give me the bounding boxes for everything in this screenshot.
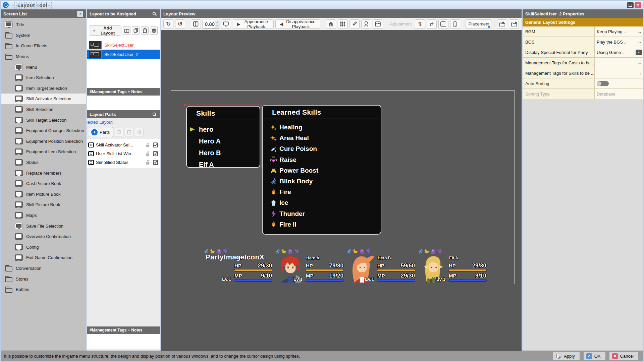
- new-folder-button[interactable]: [123, 26, 130, 35]
- screen-item-save-file-selection[interactable]: Save File Selection: [1, 221, 86, 231]
- nav-arrow-icon[interactable]: →: [637, 70, 642, 76]
- checkbox-checked-icon[interactable]: [153, 151, 158, 157]
- cancel-button[interactable]: ✕Cancel: [609, 352, 639, 361]
- skill-row[interactable]: Power Boost: [270, 165, 381, 176]
- badge-tool-button[interactable]: [361, 19, 371, 29]
- lock-open-icon[interactable]: [145, 142, 151, 148]
- frame-tool-button[interactable]: [373, 19, 383, 29]
- skill-row[interactable]: Area Heal: [270, 133, 381, 143]
- screen-item-equipment-item-selection[interactable]: Equipment Item Selection: [1, 146, 86, 157]
- bgm-value[interactable]: Keep Playing ..→: [594, 26, 643, 37]
- skill-row[interactable]: Raise: [270, 155, 381, 165]
- display-format-dropdown[interactable]: Using Game ..▼: [594, 47, 643, 57]
- skill-row[interactable]: Fire II: [270, 219, 381, 230]
- zoom-input[interactable]: 0.80 ▲▼: [203, 20, 219, 28]
- stepper-up-icon[interactable]: ▲: [215, 20, 219, 24]
- screen-item-item-picture-book[interactable]: Item Picture Book: [1, 189, 86, 200]
- skill-row[interactable]: Ice: [270, 197, 381, 208]
- export-layout-button[interactable]: [509, 19, 519, 29]
- screen-item-stores[interactable]: Stores: [1, 274, 86, 284]
- stepper-down-icon[interactable]: ▼: [215, 24, 219, 28]
- member-row-hero[interactable]: hero: [199, 124, 260, 135]
- screen-item-skill-target-selection[interactable]: Skill Target Selection: [1, 115, 86, 125]
- screen-item-item-target-selection[interactable]: Item Target Selection: [1, 83, 86, 94]
- nav-arrow-icon[interactable]: →: [637, 29, 642, 34]
- skill-row[interactable]: Blink Body: [270, 176, 381, 187]
- add-parts-button[interactable]: +Parts: [89, 127, 113, 137]
- zoom-stepper[interactable]: ▲▼: [215, 20, 219, 28]
- screen-item-replace-members[interactable]: Replace Members: [1, 168, 86, 178]
- screen-item-config[interactable]: Config: [1, 242, 86, 252]
- screen-item-exit-game-confirmation[interactable]: Exit Game Confirmation: [1, 252, 86, 263]
- skill-row[interactable]: Cure Poison: [270, 143, 381, 154]
- lock-open-icon[interactable]: [145, 160, 151, 165]
- learned-skills-window[interactable]: Learned Skills Healing Area Heal Cure Po…: [262, 105, 381, 235]
- close-window-button[interactable]: x: [635, 2, 641, 8]
- selected-layout-link[interactable]: lected Layout: [85, 118, 160, 126]
- screen-item-cast-picture-book[interactable]: Cast Picture Book: [1, 178, 86, 189]
- screen-item-item-selection[interactable]: Item Selection: [1, 72, 86, 83]
- party-image-part-label[interactable]: PartyImageIconX: [206, 253, 264, 261]
- fit-view-button[interactable]: [191, 19, 201, 29]
- tags-skills-value[interactable]: →: [594, 68, 643, 78]
- member-row-hero-b[interactable]: Hero B: [199, 147, 260, 159]
- skill-row[interactable]: Thunder: [270, 208, 381, 219]
- screen-item-skill-activator-selection[interactable]: Skill Activator Selection: [1, 94, 86, 104]
- skill-row[interactable]: Healing: [270, 122, 381, 133]
- disappearance-playback-button[interactable]: ◀Disappearance Playback: [275, 19, 320, 29]
- checkbox-checked-icon[interactable]: [153, 160, 158, 165]
- delete-layout-button[interactable]: [150, 26, 158, 35]
- screen-item-status[interactable]: Status: [1, 157, 86, 168]
- layout-row-skillselectuser-2[interactable]: SkillSelectUser_2: [87, 50, 160, 59]
- collapse-icon[interactable]: ‹: [77, 11, 83, 17]
- skill-row[interactable]: Fire: [270, 187, 381, 197]
- screen-item-skill-picture-book[interactable]: Skill Picture Book: [1, 199, 86, 210]
- restore-window-button[interactable]: [627, 2, 634, 8]
- nav-arrow-icon[interactable]: →: [637, 60, 642, 65]
- management-tags-notes-area[interactable]: [87, 334, 160, 349]
- screen-item-battles[interactable]: Battles: [1, 284, 86, 295]
- undo-button[interactable]: ↺: [175, 19, 185, 29]
- lock-open-icon[interactable]: [145, 151, 151, 157]
- part-row-simplified-status[interactable]: Simplified Status: [88, 158, 158, 167]
- screen-item-overwrite-confirmation[interactable]: Overwrite Confirmation: [1, 231, 86, 242]
- import-layout-button[interactable]: [497, 19, 507, 29]
- screen-item-conversation[interactable]: Conversation: [1, 263, 86, 274]
- search-icon[interactable]: [152, 112, 157, 117]
- preview-canvas[interactable]: Skills hero Hero A Hero B Elf A Learned …: [161, 30, 522, 351]
- screen-item-skill-selection[interactable]: Skill Selection: [1, 104, 86, 115]
- copy-part-button[interactable]: [115, 128, 123, 136]
- nav-arrow-icon[interactable]: →: [637, 39, 642, 45]
- copy-layout-button[interactable]: [132, 26, 140, 35]
- apply-button[interactable]: Apply: [553, 352, 580, 361]
- grid-button[interactable]: [338, 19, 348, 29]
- skills-window[interactable]: Skills hero Hero A Hero B Elf A: [186, 106, 260, 168]
- delete-part-button[interactable]: [135, 128, 144, 136]
- screen-item-in-game-effects[interactable]: In-Game Effects: [1, 41, 86, 51]
- search-icon[interactable]: [152, 11, 157, 16]
- checkbox-checked-icon[interactable]: [153, 142, 158, 148]
- chevron-down-icon[interactable]: ▼: [636, 50, 642, 55]
- placement-button[interactable]: Placement: [466, 19, 491, 29]
- add-layout-button[interactable]: +Add Layout: [89, 25, 121, 36]
- management-tags-notes-area[interactable]: [87, 96, 160, 110]
- draw-tool-button[interactable]: [350, 19, 360, 29]
- auto-sorting-toggle[interactable]: [597, 81, 609, 86]
- party-member-hero-b[interactable]: Hero B Lv.1 HP59/60 MP29/30: [345, 248, 415, 285]
- fit-width-button[interactable]: ↔: [438, 19, 448, 29]
- party-member-elf-a[interactable]: Elf A Lv.1 HP29/30 MP9/10: [417, 248, 486, 285]
- screen-item-system[interactable]: System: [1, 30, 86, 41]
- screen-item-equipment-position-selection[interactable]: Equipment Position Selection: [1, 136, 86, 147]
- screen-item-maps[interactable]: Maps: [1, 210, 86, 221]
- party-member-hero-a[interactable]: Hero A Lv.1 HP79/80 MP19/20: [274, 248, 343, 285]
- part-row-user-skill-list[interactable]: User Skill List Win...: [88, 149, 158, 158]
- preview-monitor-button[interactable]: [221, 19, 231, 29]
- appearance-playback-button[interactable]: ▶Appearance Playback: [233, 19, 274, 29]
- swap-horizontal-button[interactable]: ⇄: [427, 19, 437, 29]
- paste-layout-button[interactable]: [141, 26, 149, 35]
- fit-height-button[interactable]: ↕: [450, 19, 460, 29]
- ok-button[interactable]: ✓OK: [583, 352, 606, 361]
- redo-button[interactable]: ↻: [163, 19, 173, 29]
- snap-magnet-button[interactable]: [326, 19, 336, 29]
- member-row-elf-a[interactable]: Elf A: [199, 159, 260, 171]
